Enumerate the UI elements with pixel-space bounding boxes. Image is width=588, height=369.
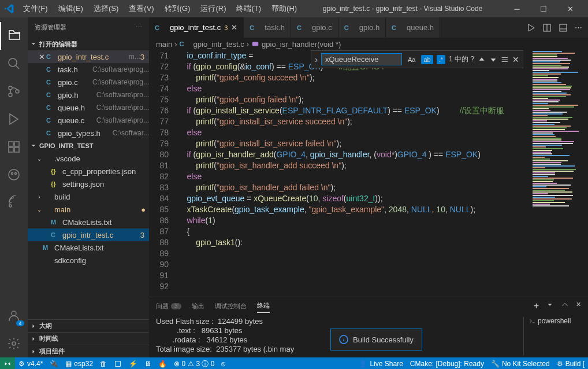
editor-tab[interactable]: Ctask.h: [244, 17, 291, 38]
minimap[interactable]: [530, 50, 588, 297]
scm-activity[interactable]: [0, 78, 28, 105]
find-close-icon[interactable]: ✕: [512, 55, 519, 64]
find-input[interactable]: [321, 53, 402, 65]
run-icon[interactable]: [526, 23, 535, 32]
search-activity[interactable]: [0, 50, 28, 78]
problems-status[interactable]: ⊗ 0 ⚠ 3 ⓘ 0: [170, 357, 218, 369]
find-selection-icon[interactable]: [501, 56, 509, 64]
menu-item[interactable]: 编辑(E): [54, 1, 88, 16]
terminal-item[interactable]: powershell: [529, 317, 581, 325]
tree-item[interactable]: ›build: [28, 190, 149, 203]
liveshare-status[interactable]: 👤 Live Share: [355, 357, 406, 369]
open-editor-item[interactable]: ✕Cgpio_intr_test.cm...3: [28, 50, 149, 63]
terminal-dropdown-icon[interactable]: [546, 301, 554, 309]
svg-marker-16: [529, 24, 534, 31]
tree-item[interactable]: Cgpio_intr_test.c3: [28, 228, 149, 241]
open-editor-item[interactable]: Cgpio.cC:\software\prog...: [28, 76, 149, 88]
esp-target[interactable]: ▦ esp32: [62, 357, 96, 369]
editor-tabs: Cgpio_intr_test.c3✕Ctask.hCgpio.cCgpio.h…: [149, 17, 588, 38]
build-icon[interactable]: [110, 357, 125, 369]
sidebar-more-icon[interactable]: ⋯: [136, 24, 142, 31]
accounts-activity[interactable]: 4: [0, 302, 28, 330]
maximize-button[interactable]: ☐: [530, 0, 557, 17]
find-widget: › Aa ab .* 1 中的 ? ✕: [311, 50, 523, 68]
breadcrumb[interactable]: main› Cgpio_intr_test.c› gpio_isr_handle…: [149, 38, 588, 50]
panel-tab[interactable]: 调试控制台: [215, 300, 247, 313]
find-expand-icon[interactable]: ›: [315, 55, 318, 64]
statusbar: ⚙ v4.4* 🔌 ▦ esp32 🗑 ⚡ 🖥 🔥 ⊗ 0 ⚠ 3 ⓘ 0 ⎋ …: [0, 357, 588, 369]
menu-item[interactable]: 文件(F): [18, 1, 53, 16]
split-icon[interactable]: [542, 23, 552, 32]
close-icon[interactable]: ✕: [37, 53, 46, 61]
settings-activity[interactable]: [0, 330, 28, 357]
menu-bar: 文件(F)编辑(E)选择(S)查看(V)转到(G)运行(R)终端(T)帮助(H): [18, 1, 302, 16]
panel-tab[interactable]: 输出: [192, 300, 204, 313]
menu-item[interactable]: 转到(G): [160, 1, 195, 16]
editor-tab[interactable]: Cqueue.h: [386, 17, 440, 38]
collapsed-section[interactable]: 时间线: [28, 332, 149, 345]
menu-item[interactable]: 帮助(H): [267, 1, 302, 16]
activity-bar: 4: [0, 17, 28, 357]
cmake-status[interactable]: CMake: [Debug]: Ready: [407, 357, 487, 369]
open-editor-item[interactable]: Cgpio_types.hC:\softwar...: [28, 127, 149, 139]
sidebar: 资源管理器 ⋯ 打开的编辑器 ✕Cgpio_intr_test.cm...3Ct…: [28, 17, 149, 357]
code-editor[interactable]: 7172737475767778798081828384858687888990…: [149, 50, 588, 297]
minimize-button[interactable]: ─: [504, 0, 530, 17]
panel-tab[interactable]: 问题3: [156, 300, 181, 313]
prev-match-icon[interactable]: [478, 56, 486, 64]
flash-icon[interactable]: ⚡: [125, 357, 141, 369]
remote-button[interactable]: [0, 357, 15, 369]
next-match-icon[interactable]: [489, 56, 497, 64]
tree-item[interactable]: {}c_cpp_properties.json: [28, 165, 149, 178]
platformio-activity[interactable]: [0, 161, 28, 189]
svg-point-13: [9, 205, 12, 207]
tree-item[interactable]: sdkconfig: [28, 254, 149, 267]
tree-item[interactable]: ⌄.vscode: [28, 152, 149, 165]
tree-item[interactable]: MCMakeLists.txt: [28, 216, 149, 228]
toggle-panel-icon[interactable]: [559, 23, 568, 32]
build-status[interactable]: ⚙ Build [: [553, 357, 588, 369]
kit-status[interactable]: 🔧 No Kit Selected: [487, 357, 553, 369]
more-icon[interactable]: ⋯: [575, 23, 582, 32]
editor-tab[interactable]: Cgpio.h: [338, 17, 386, 38]
plug-icon[interactable]: 🔌: [46, 357, 62, 369]
editor-tab[interactable]: Cgpio_intr_test.c3✕: [149, 17, 244, 38]
open-editors-section[interactable]: 打开的编辑器: [28, 38, 149, 50]
menu-item[interactable]: 终端(T): [232, 1, 266, 16]
tree-item[interactable]: MCMakeLists.txt: [28, 241, 149, 254]
run-activity[interactable]: [0, 105, 28, 133]
vscode-logo-icon: [5, 4, 14, 13]
svg-point-15: [12, 342, 16, 345]
monitor-icon[interactable]: 🖥: [141, 357, 155, 369]
open-editor-item[interactable]: Cqueue.cC:\software\pro...: [28, 114, 149, 127]
notification-toast[interactable]: Build Successfully: [330, 329, 422, 350]
close-panel-icon[interactable]: ✕: [576, 301, 581, 311]
fire-icon[interactable]: 🔥: [155, 357, 170, 369]
esp-version[interactable]: ⚙ v4.4*: [15, 357, 46, 369]
tab-close-icon[interactable]: ✕: [231, 23, 237, 32]
menu-item[interactable]: 选择(S): [89, 1, 123, 16]
explorer-activity[interactable]: [0, 22, 28, 50]
extensions-activity[interactable]: [0, 133, 28, 161]
menu-item[interactable]: 运行(R): [196, 1, 230, 16]
menu-item[interactable]: 查看(V): [124, 1, 158, 16]
editor-tab[interactable]: Cgpio.c: [291, 17, 338, 38]
tree-item[interactable]: {}settings.json: [28, 178, 149, 190]
espressif-activity[interactable]: [0, 189, 28, 216]
close-button[interactable]: ✕: [557, 0, 583, 17]
open-editor-item[interactable]: Cqueue.hC:\software\pro...: [28, 101, 149, 114]
new-terminal-icon[interactable]: +: [534, 301, 539, 311]
collapsed-section[interactable]: 项目组件: [28, 345, 149, 357]
collapsed-section[interactable]: 大纲: [28, 319, 149, 332]
project-section[interactable]: GPIO_INTR_TEST: [28, 139, 149, 152]
port-icon[interactable]: ⎋: [218, 357, 229, 369]
open-editor-item[interactable]: Cgpio.hC:\software\pro...: [28, 88, 149, 101]
maximize-panel-icon[interactable]: [561, 301, 569, 309]
match-case-icon[interactable]: Aa: [405, 55, 418, 64]
open-editor-item[interactable]: Ctask.hC:\software\prog...: [28, 63, 149, 76]
clean-icon[interactable]: 🗑: [96, 357, 110, 369]
tree-item[interactable]: ⌄main●: [28, 203, 149, 216]
match-word-icon[interactable]: ab: [421, 55, 433, 64]
regex-icon[interactable]: .*: [437, 55, 445, 64]
panel-tab[interactable]: 终端: [257, 299, 270, 313]
